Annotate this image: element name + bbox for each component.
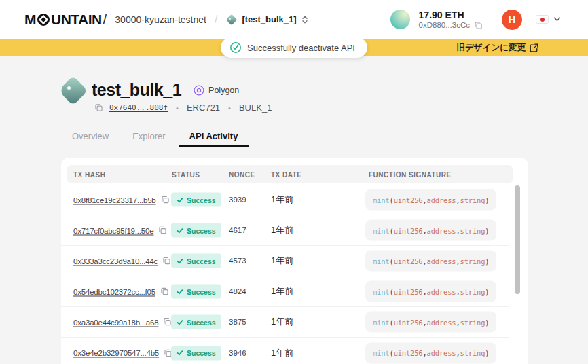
app-logo[interactable]: MUNTAIN [24, 12, 107, 28]
table-row: 0x333a3cc23d9a10...44c Success 4573 1年前 … [61, 246, 509, 276]
nonce-value: 3939 [229, 196, 246, 204]
check-icon [177, 196, 183, 203]
success-toast: Successfully deactivate API [221, 37, 367, 58]
copy-icon[interactable] [161, 196, 170, 204]
status-badge: Success [171, 193, 221, 207]
breadcrumb-divider [206, 14, 225, 26]
status-badge: Success [171, 346, 221, 360]
tx-hash-link[interactable]: 0x3e4e2b32970547...4b5 [73, 349, 159, 357]
user-avatar[interactable]: H [502, 10, 522, 30]
table-row: 0x8f81ce19c23317...b5b Success 3939 1年前 … [61, 185, 509, 215]
toast-message: Successfully deactivate API [247, 43, 355, 53]
logo-o-icon [37, 13, 50, 26]
japan-flag-icon [536, 15, 549, 24]
status-label: Success [187, 196, 216, 204]
copy-icon[interactable] [474, 21, 483, 30]
col-status: STATUS [172, 170, 200, 178]
status-label: Success [187, 318, 216, 326]
legacy-design-link[interactable]: 旧デザインに変更 [457, 39, 538, 56]
wallet-summary[interactable]: 17.90 ETH 0xD880...3cCc [390, 10, 483, 30]
breadcrumb-project[interactable]: 30000-kyuzan-testnet [115, 14, 206, 25]
nonce-value: 3946 [229, 349, 246, 357]
col-function-signature: FUNCTION SIGNATURE [369, 170, 452, 178]
tab-explorer[interactable]: Explorer [122, 126, 176, 147]
status-label: Success [187, 257, 216, 265]
check-icon [177, 257, 183, 264]
function-signature: mint(uint256,address,string) [365, 220, 496, 241]
header-right: 17.90 ETH 0xD880...3cCc H [390, 10, 561, 30]
chevron-updown-icon [301, 15, 308, 24]
col-nonce: NONCE [229, 170, 255, 178]
col-tx-hash: TX HASH [73, 170, 105, 178]
top-header: MUNTAIN 30000-kyuzan-testnet [test_bulk_… [0, 0, 588, 39]
wallet-address: 0xD880...3cCc [419, 21, 470, 29]
table-header-row: TX HASH STATUS NONCE TX DATE FUNCTION SI… [67, 165, 513, 183]
status-badge: Success [171, 285, 221, 299]
nonce-value: 3875 [229, 318, 246, 326]
check-icon [177, 318, 183, 325]
tx-hash-link[interactable]: 0x717cf0abc95f19...50e [73, 226, 153, 234]
notification-banner: Successfully deactivate API 旧デザインに変更 [0, 39, 588, 56]
scrollbar-thumb[interactable] [515, 185, 520, 294]
tx-date-value: 1年前 [271, 316, 293, 328]
legacy-design-label: 旧デザインに変更 [457, 42, 526, 54]
tx-hash-link[interactable]: 0x54edbc102372cc...f05 [73, 287, 155, 295]
nonce-value: 4617 [229, 226, 246, 234]
tx-hash-link[interactable]: 0x8f81ce19c23317...b5b [73, 196, 156, 204]
dot-separator [174, 101, 181, 113]
logo-slash-icon [102, 12, 107, 27]
status-badge: Success [171, 254, 221, 268]
status-label: Success [187, 226, 216, 234]
copy-icon[interactable] [160, 287, 169, 296]
tab-overview[interactable]: Overview [61, 126, 120, 147]
tx-date-value: 1年前 [271, 194, 293, 206]
table-row: 0x54edbc102372cc...f05 Success 4824 1年前 … [61, 276, 509, 307]
copy-icon[interactable] [162, 257, 171, 266]
col-tx-date: TX DATE [271, 170, 302, 178]
breadcrumb-item-selector[interactable]: [test_bulk_1] [225, 14, 308, 25]
tx-date-value: 1年前 [271, 285, 293, 297]
copy-icon[interactable] [158, 226, 167, 235]
tx-hash-link[interactable]: 0xa3a0e44c99a18b...a68 [73, 318, 158, 326]
dot-separator [226, 101, 233, 113]
tx-date-value: 1年前 [271, 224, 293, 236]
external-link-icon [530, 43, 538, 52]
check-icon [177, 350, 183, 357]
tag-icon [225, 14, 237, 25]
function-signature: mint(uint256,address,string) [365, 189, 496, 211]
tx-date-value: 1年前 [271, 347, 293, 359]
tab-api-activity[interactable]: API Activity [179, 126, 249, 147]
function-signature: mint(uint256,address,string) [365, 281, 496, 302]
app-logo-text: MUNTAIN [24, 12, 102, 28]
status-label: Success [187, 349, 216, 357]
copy-icon[interactable] [94, 103, 103, 112]
polygon-network-icon [194, 85, 204, 96]
wallet-avatar-icon [390, 10, 410, 29]
page-title: test_bulk_1 [92, 80, 181, 100]
function-signature: mint(uint256,address,string) [365, 312, 496, 333]
function-signature: mint(uint256,address,string) [365, 342, 496, 363]
check-icon [177, 288, 183, 295]
breadcrumb-item-label: [test_bulk_1] [242, 14, 296, 24]
token-standard: ERC721 [187, 103, 220, 113]
tx-date-value: 1年前 [271, 255, 293, 267]
nonce-value: 4573 [229, 257, 246, 265]
function-signature: mint(uint256,address,string) [365, 251, 496, 272]
network-name: Polygon [208, 86, 239, 95]
status-badge: Success [171, 315, 221, 329]
token-symbol: BULK_1 [239, 103, 272, 113]
table-row: 0x3e4e2b32970547...4b5 Success 3946 1年前 … [61, 338, 509, 364]
chevron-down-icon [553, 17, 561, 22]
tab-bar: Overview Explorer API Activity [61, 126, 251, 147]
contract-address-link[interactable]: 0x7640...808f [109, 103, 168, 112]
network-badge: Polygon [194, 85, 239, 96]
check-icon [177, 227, 183, 234]
tx-hash-link[interactable]: 0x333a3cc23d9a10...44c [73, 257, 158, 265]
table-row: 0x717cf0abc95f19...50e Success 4617 1年前 … [61, 215, 509, 246]
contract-meta: 0x7640...808f ERC721 BULK_1 [94, 101, 272, 113]
table-scrollbar[interactable] [515, 185, 520, 359]
language-selector[interactable] [536, 15, 561, 24]
wallet-balance: 17.90 ETH [419, 10, 483, 21]
table-row: 0xa3a0e44c99a18b...a68 Success 3875 1年前 … [61, 307, 509, 338]
nonce-value: 4824 [229, 287, 246, 295]
